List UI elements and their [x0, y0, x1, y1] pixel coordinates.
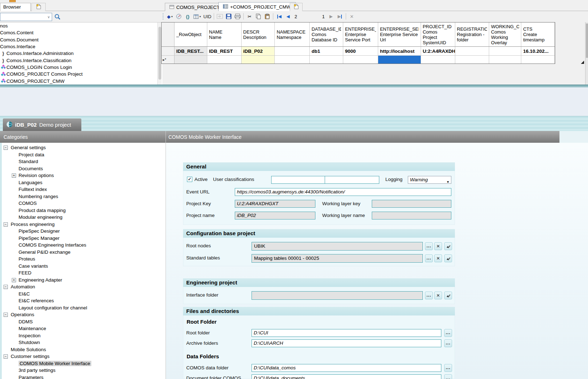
category-item[interactable]: Layout configuration for channel: [2, 305, 166, 312]
scrollbar-thumb[interactable]: [586, 24, 588, 58]
category-item[interactable]: Maintenance: [2, 325, 166, 333]
category-item[interactable]: DDMS: [2, 319, 166, 326]
search-icon[interactable]: [54, 14, 61, 21]
column-header[interactable]: ENTERPRISE_SEF Enterprise Service Url: [378, 22, 421, 46]
category-label[interactable]: DDMS: [19, 319, 33, 324]
uid-button[interactable]: UID: [203, 12, 211, 20]
category-label[interactable]: Mobile Solutions: [11, 347, 46, 352]
cut-icon[interactable]: ✂: [246, 12, 253, 20]
tree-expander-icon[interactable]: +: [12, 173, 16, 178]
category-item[interactable]: Fulltext index: [2, 186, 45, 193]
save-icon[interactable]: [225, 12, 232, 20]
category-label[interactable]: Engineering Adapter: [19, 277, 62, 283]
column-header[interactable]: ENTERPRISE_ Enterprise Service Port: [343, 22, 378, 46]
grid-cell[interactable]: [489, 56, 521, 64]
browser-tree-item[interactable]: COMOS_LOGIN Comos Login: [0, 64, 43, 71]
category-label[interactable]: Case variants: [19, 263, 48, 269]
root-nodes-navigate-button[interactable]: [444, 242, 452, 250]
new-browser-tab-button[interactable]: [31, 3, 46, 11]
print-icon[interactable]: [234, 12, 241, 20]
browser-tree-item[interactable]: Comos.Content: [0, 29, 34, 36]
category-item[interactable]: − Operations: [2, 312, 166, 319]
grid-cell[interactable]: [174, 56, 207, 64]
category-label[interactable]: Languages: [19, 180, 42, 185]
previous-record-button[interactable]: ◀: [285, 12, 291, 20]
browser-tree-item[interactable]: Comos.Document: [0, 36, 34, 43]
tree-expander-icon[interactable]: −: [4, 285, 8, 289]
document-folder-input[interactable]: D:\CUI\data_documents: [252, 374, 441, 379]
column-header[interactable]: CTS Create timestamp: [521, 22, 555, 46]
grid-cell[interactable]: [275, 56, 310, 64]
category-item[interactable]: EI&C: [2, 291, 166, 298]
standard-tables-browse-button[interactable]: ...: [425, 254, 433, 262]
logging-dropdown[interactable]: Warning ▼: [408, 176, 451, 184]
category-item[interactable]: − Process engineering: [2, 221, 166, 228]
category-item[interactable]: PipeSpec Manager: [2, 235, 166, 242]
category-item[interactable]: 3rd party settings: [2, 367, 166, 374]
browser-tree-item[interactable]: COMOS_PROJECT Comos Project: [0, 71, 34, 77]
user-classification-input-1[interactable]: [271, 176, 325, 184]
event-url-input[interactable]: https://comos03.augmensys.de:44300/Notif…: [235, 188, 451, 196]
root-folder-input[interactable]: D:\CUI: [252, 329, 441, 337]
active-checkbox[interactable]: ✓: [187, 177, 192, 182]
tree-expander-icon[interactable]: −: [4, 354, 8, 359]
category-label[interactable]: Modular engineering: [19, 214, 62, 220]
column-header[interactable]: DATABASE_ID Comos Database ID: [310, 22, 343, 46]
root-nodes-field[interactable]: UBIK: [252, 242, 423, 251]
browser-tree-item[interactable]: nos: [0, 22, 33, 29]
category-label[interactable]: Inspection: [19, 333, 41, 338]
column-header[interactable]: WORKING_OV Comos Working Overlay: [489, 22, 521, 46]
grid-cell[interactable]: http://localhost: [378, 47, 421, 55]
browser-tree-item[interactable]: Comos.Interface.Administration: [0, 50, 34, 57]
category-label[interactable]: COMOS Engineering Interfaces: [19, 242, 86, 248]
category-label[interactable]: PipeSpec Manager: [19, 236, 60, 241]
category-item[interactable]: COMOS Engineering Interfaces: [2, 242, 166, 249]
archive-folders-browse-button[interactable]: ...: [444, 339, 452, 347]
standard-tables-navigate-button[interactable]: [444, 254, 452, 262]
archive-folders-input[interactable]: D:\CUI\ARCH: [252, 339, 441, 347]
grid-cell[interactable]: [275, 47, 310, 55]
interface-folder-clear-button[interactable]: ✕: [434, 292, 442, 299]
category-item[interactable]: Documents: [2, 166, 37, 173]
category-item[interactable]: − General settings: [2, 145, 35, 152]
grid-cell[interactable]: [421, 56, 455, 64]
category-label[interactable]: PipeSpec Designer: [19, 228, 60, 234]
dropdown-arrow-icon[interactable]: ▼: [446, 178, 450, 186]
grid-cell[interactable]: iDB_P02: [242, 47, 275, 55]
performance-icon[interactable]: [176, 12, 182, 20]
tree-expander-icon[interactable]: −: [4, 313, 8, 317]
last-record-button[interactable]: ▶: [337, 12, 343, 20]
category-label[interactable]: Parameters: [19, 375, 44, 379]
start-query-button[interactable]: ◆▾: [167, 12, 173, 20]
category-item[interactable]: General P&ID exchange: [2, 249, 166, 256]
comos-data-folder-browse-button[interactable]: ...: [444, 364, 452, 372]
grid-cell[interactable]: U:2:A4RAXDH: [421, 47, 455, 55]
category-item[interactable]: PipeSpec Designer: [2, 228, 166, 235]
grid-cell[interactable]: [521, 56, 555, 64]
category-label[interactable]: Fulltext index: [19, 187, 47, 192]
browser-tree-item[interactable]: Comos.Interface.Classification: [0, 57, 35, 64]
row-selector[interactable]: [162, 47, 174, 55]
category-label[interactable]: Documents: [19, 166, 43, 171]
column-header[interactable]: _RowObject: [174, 22, 207, 46]
category-item[interactable]: Proteus: [2, 256, 166, 263]
grid-cell[interactable]: [310, 56, 343, 64]
grid-cell[interactable]: 16.10.202...: [521, 47, 555, 55]
category-label[interactable]: Customer settings: [11, 354, 50, 359]
grid-cell[interactable]: [489, 47, 521, 55]
interface-folder-navigate-button[interactable]: [444, 292, 452, 299]
tree-expander-icon[interactable]: −: [4, 146, 8, 150]
grid-scrollbar[interactable]: [585, 22, 588, 85]
category-item[interactable]: FEED: [2, 270, 166, 277]
toolbar-grip[interactable]: [163, 13, 164, 20]
category-label[interactable]: General P&ID exchange: [19, 249, 71, 255]
category-item[interactable]: + Engineering Adapter: [2, 277, 166, 284]
category-label[interactable]: COMOS: [19, 201, 37, 206]
column-header[interactable]: REGISTRATIC Registration - folder: [455, 22, 490, 46]
export-icon[interactable]: [217, 12, 223, 20]
category-item[interactable]: Standard: [2, 158, 35, 166]
grid-cell[interactable]: db1: [310, 47, 343, 55]
grid-cell[interactable]: IDB_REST: [207, 47, 242, 55]
column-header[interactable]: DESCR Description: [242, 22, 275, 46]
category-item[interactable]: Languages: [2, 180, 37, 187]
